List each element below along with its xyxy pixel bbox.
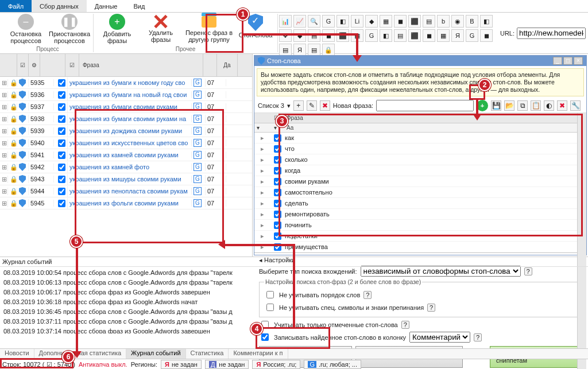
- toolbar-mini-icon[interactable]: ▤: [394, 29, 407, 42]
- btab-stats[interactable]: Статистика: [186, 349, 229, 359]
- url-input[interactable]: [517, 28, 586, 39]
- table-row[interactable]: ⊞🔒5937украшения из бумаги своими рукамиG…: [0, 101, 252, 113]
- toolbar-mini-icon[interactable]: ⬛: [336, 29, 349, 42]
- toolbar-mini-icon[interactable]: ▦: [380, 15, 392, 28]
- row-checkbox[interactable]: [58, 152, 65, 159]
- list-item[interactable]: ▸преимущества: [254, 242, 586, 253]
- rename-list-button[interactable]: ✎: [307, 100, 317, 111]
- help-icon[interactable]: ?: [474, 333, 482, 341]
- btab-comments[interactable]: Комментарии к п: [229, 349, 288, 359]
- table-row[interactable]: ⊞🔒5936украшения из бумаги на новый год с…: [0, 89, 252, 101]
- list-item[interactable]: ▸когда: [254, 165, 586, 176]
- table-row[interactable]: ⊞🔒5945украшения из фольги своими рукамиG…: [0, 197, 252, 209]
- sw-checkbox[interactable]: [274, 156, 281, 164]
- list-item[interactable]: ▸самостоятельно: [254, 187, 586, 198]
- toolbar-mini-icon[interactable]: ◆: [365, 15, 378, 28]
- toolbar-mini-icon[interactable]: G: [466, 29, 478, 42]
- tab-file[interactable]: Файл: [0, 0, 32, 12]
- paste-icon[interactable]: 📋: [531, 100, 541, 111]
- list-item[interactable]: ▸недостатки: [254, 231, 586, 242]
- table-row[interactable]: ⊞🔒5944украшения из пенопласта своими рук…: [0, 185, 252, 197]
- list-item[interactable]: ▸сделать: [254, 198, 586, 209]
- tab-view[interactable]: Вид: [125, 0, 153, 12]
- toolbar-mini-icon[interactable]: ❖: [279, 29, 292, 42]
- row-checkbox[interactable]: [58, 115, 65, 123]
- toolbar-mini-icon[interactable]: ◼: [480, 29, 493, 42]
- save-icon[interactable]: 💾: [491, 100, 501, 111]
- open-icon[interactable]: 📂: [504, 100, 514, 111]
- toolbar-mini-icon[interactable]: ◼: [322, 29, 335, 42]
- tab-collect[interactable]: Сбор данных: [32, 0, 87, 12]
- stopwords-titlebar[interactable]: Стоп-слова _ □ ×: [254, 56, 586, 66]
- row-checkbox[interactable]: [58, 103, 65, 111]
- toolbar-mini-icon[interactable]: G: [365, 29, 378, 42]
- table-row[interactable]: ⊞🔒5940украшения из искусственных цветов …: [0, 137, 252, 149]
- toolbar-mini-icon[interactable]: 📊: [279, 15, 292, 28]
- toolbar-mini-icon[interactable]: ◧: [380, 29, 392, 42]
- list-item[interactable]: ▸своими руками: [254, 176, 586, 187]
- pause-button[interactable]: ❚❚Приостановка процессов: [49, 14, 90, 44]
- list-item[interactable]: ▸ремонтировать: [254, 209, 586, 220]
- btab-news[interactable]: Новости: [0, 349, 34, 359]
- table-row[interactable]: ⊞🔒5938украшения из бумаги своими руками …: [0, 113, 252, 125]
- btab-event-log[interactable]: Журнал событий: [126, 349, 185, 359]
- col-phrase[interactable]: Фраза: [79, 54, 203, 76]
- sw-checkbox[interactable]: [274, 134, 281, 142]
- table-row[interactable]: ⊞🔒5939украшения из дождика своими руками…: [0, 125, 252, 137]
- toolbar-mini-icon[interactable]: ▦: [437, 29, 450, 42]
- row-checkbox[interactable]: [58, 127, 65, 135]
- sw-col-phrase[interactable]: Фраза: [284, 115, 586, 121]
- chk-write-col[interactable]: [261, 333, 269, 341]
- row-checkbox[interactable]: [58, 176, 65, 183]
- list-item[interactable]: ▸сколько: [254, 154, 586, 165]
- list-item[interactable]: ▸что: [254, 143, 586, 154]
- sw-checkbox[interactable]: [274, 211, 281, 218]
- toolbar-mini-icon[interactable]: ⬛: [408, 15, 421, 28]
- toolbar-mini-icon[interactable]: В: [466, 15, 478, 28]
- row-checkbox[interactable]: [58, 200, 65, 207]
- region-direct[interactable]: не задан: [219, 361, 245, 368]
- sw-checkbox[interactable]: [274, 200, 281, 207]
- toolbar-mini-icon[interactable]: G: [322, 15, 335, 28]
- stop-button[interactable]: –Остановка процессов: [6, 14, 46, 44]
- add-stopword-button[interactable]: +: [477, 100, 488, 111]
- row-checkbox[interactable]: [58, 164, 65, 171]
- clear-icon[interactable]: ✖: [557, 100, 567, 111]
- list-item[interactable]: ▸починить: [254, 220, 586, 231]
- toolbar-mini-icon[interactable]: ▤: [423, 15, 435, 28]
- toolbar-mini-icon[interactable]: Li: [351, 15, 363, 28]
- table-row[interactable]: ⊞🔒5943украшения из мишуры своими рукамиG…: [0, 173, 252, 185]
- sw-checkbox[interactable]: [274, 232, 281, 240]
- maximize-button[interactable]: □: [563, 57, 572, 65]
- newphrase-input[interactable]: [376, 100, 474, 111]
- toolbar-mini-icon[interactable]: ◼: [423, 29, 435, 42]
- row-checkbox[interactable]: [58, 188, 65, 195]
- row-checkbox[interactable]: [58, 139, 65, 147]
- col-date[interactable]: Да: [217, 54, 238, 76]
- toolbar-mini-icon[interactable]: ◧: [480, 15, 493, 28]
- wrench-icon[interactable]: 🔧: [570, 100, 581, 111]
- sw-checkbox[interactable]: [274, 167, 281, 174]
- close-button[interactable]: ×: [574, 57, 583, 65]
- delete-phrases-button[interactable]: Удалить фразы: [141, 14, 181, 43]
- region-google[interactable]: .ru; любая; ...: [319, 361, 357, 368]
- delete-list-button[interactable]: ✖: [320, 100, 330, 111]
- region-yandex[interactable]: не задан: [172, 361, 198, 368]
- table-row[interactable]: ⊞🔒5941украшения из камней своими рукамиG…: [0, 149, 252, 161]
- write-col-select[interactable]: Комментарий: [409, 332, 470, 343]
- toolbar-mini-icon[interactable]: ◼: [394, 15, 407, 28]
- sw-checkbox[interactable]: [274, 178, 281, 185]
- sw-checkbox[interactable]: [274, 189, 281, 196]
- sw-checkbox[interactable]: [274, 145, 281, 153]
- region-yandex2[interactable]: Россия; .ru;: [263, 361, 296, 368]
- row-checkbox[interactable]: [58, 91, 65, 99]
- move-phrases-button[interactable]: Перенос фраз в другую группу: [184, 14, 234, 43]
- tab-data[interactable]: Данные: [87, 0, 126, 12]
- toolbar-mini-icon[interactable]: ◉: [451, 15, 464, 28]
- status-anticaptcha[interactable]: Антикапча выкл.: [79, 361, 127, 368]
- toolbar-mini-icon[interactable]: 📈: [293, 15, 306, 28]
- minimize-button[interactable]: _: [553, 57, 562, 65]
- contrast-icon[interactable]: ◐: [544, 100, 554, 111]
- add-phrases-button[interactable]: +Добавить фразы: [97, 14, 137, 44]
- row-checkbox[interactable]: [58, 79, 65, 87]
